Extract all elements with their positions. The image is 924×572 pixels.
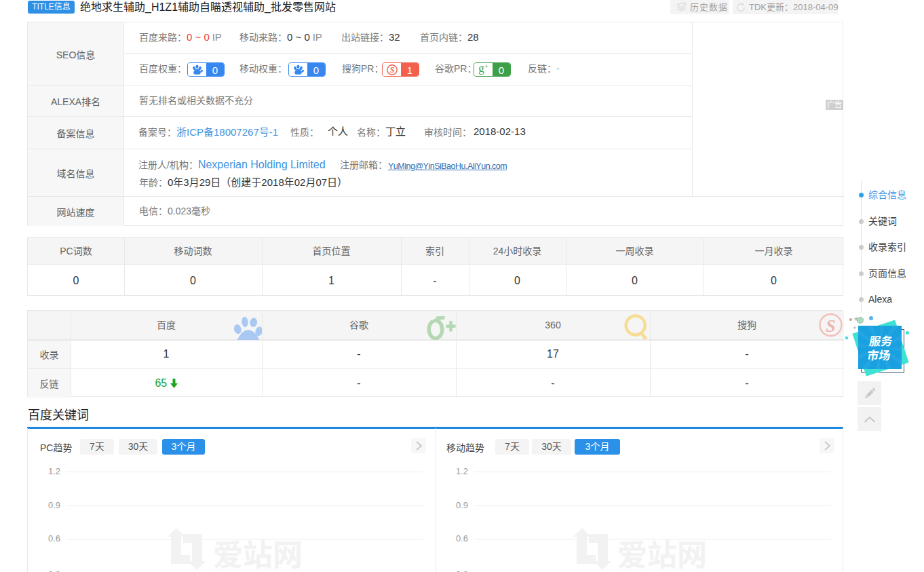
svg-text:S: S: [826, 316, 835, 336]
svg-text:S: S: [389, 66, 394, 75]
